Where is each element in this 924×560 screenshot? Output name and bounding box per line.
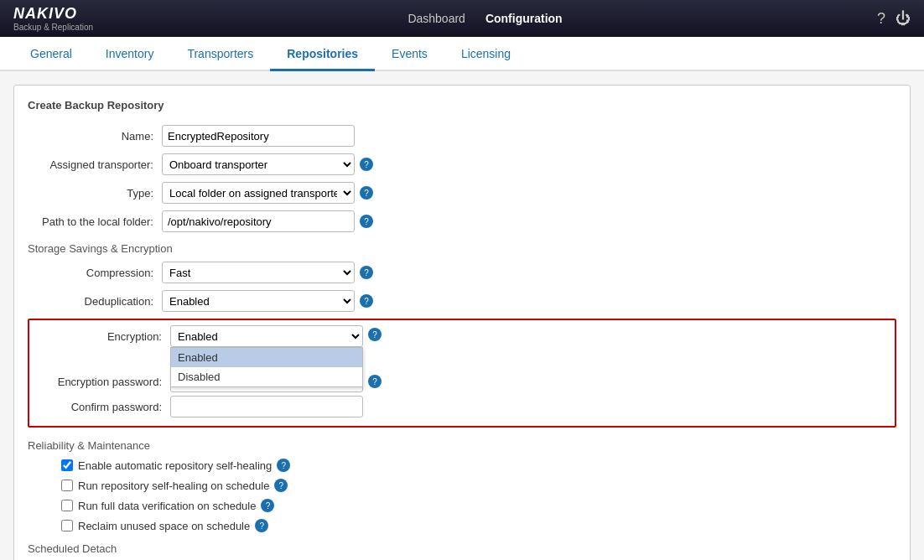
auto-heal-row: Enable automatic repository self-healing… (61, 459, 896, 472)
path-control: ? (162, 210, 373, 232)
reliability-section-label: Reliability & Maintenance (28, 439, 896, 452)
tab-events[interactable]: Events (375, 37, 444, 71)
auto-heal-checkbox[interactable] (61, 459, 73, 471)
path-row: Path to the local folder: ? (28, 210, 896, 232)
name-row: Name: (28, 125, 896, 147)
compression-label: Compression: (28, 267, 162, 279)
encryption-option-enabled[interactable]: Enabled (171, 348, 362, 367)
assigned-transporter-row: Assigned transporter: Onboard transporte… (28, 153, 896, 175)
schedule-heal-help-icon[interactable]: ? (274, 479, 288, 492)
create-backup-repository-box: Create Backup Repository Name: Assigned … (13, 85, 911, 560)
full-verify-checkbox[interactable] (61, 500, 73, 511)
help-icon[interactable]: ? (877, 10, 885, 28)
scheduled-detach-label: Scheduled Detach (28, 542, 896, 555)
encryption-control: Enabled Disabled Enabled Disabled ? (170, 325, 382, 347)
auto-heal-label[interactable]: Enable automatic repository self-healing (78, 459, 272, 472)
reclaim-text: Reclaim unused space on schedule (78, 520, 250, 532)
encryption-password-row: Encryption password: ? (36, 371, 888, 392)
topbar-nav: Dashboard Configuration (407, 12, 562, 25)
full-verify-help-icon[interactable]: ? (261, 499, 274, 512)
tab-licensing[interactable]: Licensing (444, 37, 527, 71)
name-input[interactable] (162, 125, 355, 147)
logo-main: NAKIVO (13, 5, 77, 22)
deduplication-help-icon[interactable]: ? (360, 294, 373, 308)
assigned-transporter-label: Assigned transporter: (28, 158, 162, 171)
schedule-heal-text: Run repository self-healing on schedule (78, 480, 269, 492)
auto-heal-help-icon[interactable]: ? (277, 459, 290, 472)
type-select[interactable]: Local folder on assigned transporter (162, 182, 355, 204)
compression-row: Compression: Fast ? (28, 262, 896, 283)
encryption-section: Encryption: Enabled Disabled Enabled Dis… (28, 319, 896, 428)
type-control: Local folder on assigned transporter ? (162, 182, 373, 204)
reclaim-help-icon[interactable]: ? (255, 519, 268, 532)
power-icon[interactable]: ⏻ (895, 10, 911, 28)
confirm-password-control (170, 396, 363, 417)
section-title: Create Backup Repository (28, 99, 896, 115)
tab-nav: General Inventory Transporters Repositor… (0, 37, 924, 71)
confirm-password-input[interactable] (170, 396, 363, 417)
type-row: Type: Local folder on assigned transport… (28, 182, 896, 204)
deduplication-label: Deduplication: (28, 295, 162, 308)
storage-section-label: Storage Savings & Encryption (28, 242, 896, 255)
encryption-option-disabled[interactable]: Disabled (171, 367, 362, 386)
schedule-heal-row: Run repository self-healing on schedule … (61, 479, 896, 492)
topbar-configuration[interactable]: Configuration (485, 12, 563, 25)
type-label: Type: (28, 187, 162, 200)
path-help-icon[interactable]: ? (360, 215, 373, 228)
compression-help-icon[interactable]: ? (360, 266, 373, 279)
topbar-icons: ? ⏻ (877, 10, 911, 28)
reclaim-checkbox[interactable] (61, 520, 73, 531)
logo-sub: Backup & Replication (13, 23, 93, 32)
deduplication-select[interactable]: Enabled (162, 290, 355, 312)
assigned-transporter-help-icon[interactable]: ? (360, 158, 373, 171)
auto-heal-text: Enable automatic repository self-healing (78, 459, 272, 472)
assigned-transporter-control: Onboard transporter ? (162, 153, 373, 175)
confirm-password-label: Confirm password: (36, 401, 170, 413)
assigned-transporter-select[interactable]: Onboard transporter (162, 153, 355, 175)
name-label: Name: (28, 130, 162, 143)
logo: NAKIVO Backup & Replication (13, 5, 93, 32)
deduplication-control: Enabled ? (162, 290, 373, 312)
full-verify-label[interactable]: Run full data verification on schedule (78, 500, 256, 512)
tab-inventory[interactable]: Inventory (89, 37, 171, 71)
compression-select[interactable]: Fast (162, 262, 355, 283)
tab-transporters[interactable]: Transporters (170, 37, 270, 71)
path-label: Path to the local folder: (28, 215, 162, 228)
name-control (162, 125, 355, 147)
full-verify-text: Run full data verification on schedule (78, 500, 256, 512)
type-help-icon[interactable]: ? (360, 186, 373, 200)
encryption-label: Encryption: (36, 330, 170, 343)
schedule-heal-checkbox[interactable] (61, 480, 73, 491)
reclaim-row: Reclaim unused space on schedule ? (61, 519, 896, 532)
encryption-help-icon[interactable]: ? (368, 328, 382, 341)
encryption-password-help-icon[interactable]: ? (368, 375, 382, 388)
compression-control: Fast ? (162, 262, 373, 283)
full-verify-row: Run full data verification on schedule ? (61, 499, 896, 512)
encryption-password-label: Encryption password: (36, 376, 170, 388)
encryption-dropdown: Enabled Disabled (170, 347, 363, 387)
reclaim-label[interactable]: Reclaim unused space on schedule (78, 520, 250, 532)
encryption-select[interactable]: Enabled Disabled (170, 325, 363, 347)
main-content: Create Backup Repository Name: Assigned … (0, 71, 924, 560)
topbar-dashboard[interactable]: Dashboard (407, 12, 465, 25)
confirm-password-row: Confirm password: (36, 396, 888, 417)
tab-general[interactable]: General (13, 37, 89, 71)
topbar: NAKIVO Backup & Replication Dashboard Co… (0, 0, 924, 37)
encryption-row: Encryption: Enabled Disabled Enabled Dis… (36, 325, 888, 347)
path-input[interactable] (162, 210, 355, 232)
deduplication-row: Deduplication: Enabled ? (28, 290, 896, 312)
schedule-heal-label[interactable]: Run repository self-healing on schedule (78, 480, 269, 492)
tab-repositories[interactable]: Repositories (270, 37, 375, 71)
